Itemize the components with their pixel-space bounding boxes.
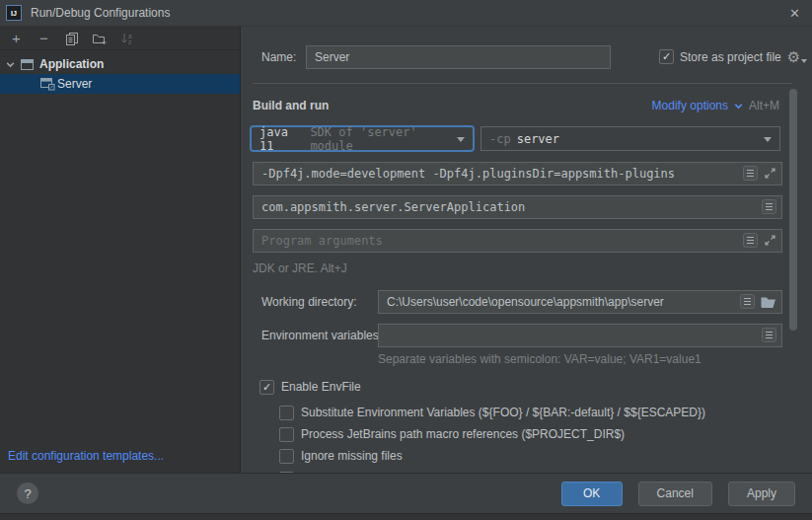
- substitute-env-vars-checkbox[interactable]: [279, 406, 294, 420]
- enable-envfile-label: Enable EnvFile: [281, 380, 361, 394]
- tree-item-server[interactable]: Server: [0, 74, 240, 94]
- expand-field-icon[interactable]: [764, 234, 776, 247]
- browse-folder-icon[interactable]: [761, 295, 776, 308]
- dialog-footer: ? OK Cancel Apply: [0, 473, 812, 513]
- jre-hint-text: SDK of 'server' module: [310, 125, 451, 153]
- store-settings-gear-icon[interactable]: ⚙: [787, 49, 807, 64]
- intellij-logo-icon: IJ: [6, 5, 22, 21]
- classpath-module-combo-box[interactable]: -cp server: [480, 126, 780, 151]
- envfile-option-row: Substitute Environment Variables (${FOO}…: [279, 405, 705, 420]
- combo-arrow-icon: [764, 137, 772, 142]
- remove-configuration-icon[interactable]: −: [37, 31, 51, 45]
- envfile-option-row: Process JetBrains path macro references …: [279, 426, 625, 442]
- enable-envfile-row: Enable EnvFile: [259, 379, 361, 395]
- process-path-macros-checkbox[interactable]: [279, 427, 294, 442]
- store-as-project-file-checkbox[interactable]: [659, 49, 674, 64]
- enable-envfile-checkbox[interactable]: [259, 380, 274, 395]
- section-separator: [253, 83, 792, 84]
- dialog-title: Run/Debug Configurations: [31, 6, 170, 20]
- application-type-icon: [20, 58, 35, 71]
- ignore-missing-files-checkbox[interactable]: [279, 449, 294, 464]
- help-button[interactable]: ?: [17, 483, 38, 504]
- environment-variables-input[interactable]: [378, 324, 782, 347]
- jre-field-hint: JDK or JRE. Alt+J: [253, 261, 347, 275]
- cancel-button[interactable]: Cancel: [638, 482, 712, 506]
- configuration-editor: Name: Store as project file ⚙ Build and …: [241, 27, 812, 473]
- macros-icon[interactable]: [762, 328, 776, 342]
- application-run-icon: [39, 77, 55, 91]
- jre-value: java 11: [259, 125, 304, 153]
- name-label: Name:: [261, 45, 296, 69]
- tree-item-label: Server: [57, 77, 92, 91]
- close-icon[interactable]: ✕: [789, 6, 800, 21]
- name-input[interactable]: [306, 45, 611, 69]
- vertical-scrollbar[interactable]: [789, 89, 797, 331]
- svg-text:z: z: [128, 38, 131, 45]
- envfile-option-row: Ignore missing files: [279, 448, 403, 464]
- ok-button[interactable]: OK: [561, 482, 623, 506]
- cp-value: server: [517, 132, 559, 146]
- sort-configurations-icon[interactable]: a z: [119, 31, 134, 45]
- process-path-macros-label: Process JetBrains path macro references …: [301, 427, 625, 441]
- run-debug-configurations-dialog: IJ Run/Debug Configurations ✕ + −: [0, 0, 812, 520]
- store-as-project-file-label: Store as project file: [680, 50, 781, 64]
- macros-icon[interactable]: [762, 199, 776, 214]
- build-and-run-heading: Build and run: [253, 99, 329, 112]
- substitute-env-vars-label: Substitute Environment Variables (${FOO}…: [301, 406, 705, 419]
- title-bar: IJ Run/Debug Configurations ✕: [0, 0, 812, 27]
- macros-icon[interactable]: [743, 233, 758, 248]
- environment-variables-label: Environment variables:: [261, 324, 382, 347]
- add-configuration-icon[interactable]: +: [9, 31, 24, 45]
- new-folder-icon[interactable]: [92, 31, 107, 45]
- cp-prefix: -cp: [489, 132, 511, 146]
- sidebar-toolbar: + − a z: [0, 27, 240, 50]
- environment-variables-hint: Separate variables with semicolon: VAR=v…: [378, 352, 701, 366]
- background-window-edge: [0, 513, 812, 520]
- combo-arrow-icon: [457, 137, 465, 142]
- chevron-down-icon: [733, 101, 744, 111]
- modify-options-link[interactable]: Modify options: [652, 99, 728, 112]
- copy-configuration-icon[interactable]: [64, 31, 79, 45]
- tree-group-label: Application: [39, 57, 104, 71]
- configurations-sidebar: + − a z: [0, 27, 241, 473]
- vm-options-input[interactable]: [253, 162, 782, 186]
- macros-icon[interactable]: [743, 166, 758, 181]
- program-arguments-input[interactable]: [253, 229, 782, 253]
- working-directory-label: Working directory:: [261, 290, 356, 314]
- jre-combo-box[interactable]: java 11 SDK of 'server' module: [250, 125, 475, 152]
- modify-options-shortcut: Alt+M: [749, 99, 779, 112]
- macros-icon[interactable]: [740, 294, 755, 309]
- chevron-down-icon: [5, 59, 16, 70]
- edit-configuration-templates-link[interactable]: Edit configuration templates...: [8, 449, 164, 463]
- expand-field-icon[interactable]: [764, 167, 776, 180]
- apply-button[interactable]: Apply: [728, 482, 795, 506]
- working-directory-input[interactable]: [378, 290, 782, 314]
- tree-group-application[interactable]: Application: [0, 54, 240, 74]
- ignore-missing-files-label: Ignore missing files: [301, 449, 403, 463]
- main-class-input[interactable]: [253, 195, 782, 219]
